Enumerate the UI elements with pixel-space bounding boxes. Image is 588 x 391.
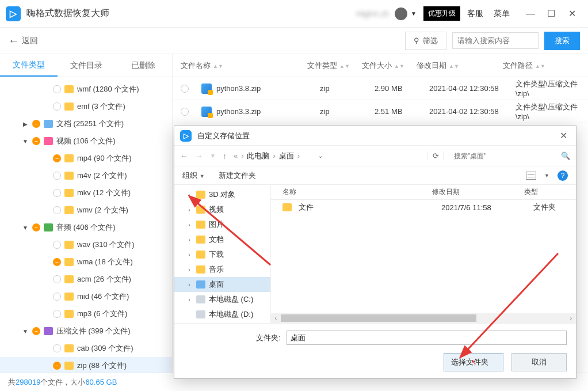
collapse-icon[interactable]: ▼ (22, 225, 29, 231)
folder-icon (44, 137, 53, 145)
horizontal-scrollbar[interactable]: ‹ › (271, 313, 576, 323)
minimize-button[interactable]: — (520, 9, 541, 19)
col-name-header[interactable]: 文件名称 (181, 61, 211, 70)
upgrade-button[interactable]: 优惠升级 (423, 6, 460, 21)
folder-icon (64, 310, 74, 318)
table-row[interactable]: python3.8.zip zip 2.90 MB 2021-04-02 12:… (173, 77, 588, 100)
organize-button[interactable]: 组织 ▼ (182, 170, 205, 181)
search-icon[interactable]: 🔍 (561, 151, 570, 160)
view-mode-drop-icon[interactable]: ▼ (544, 173, 549, 179)
tree-node-wmf[interactable]: wmf (1280 个文件) (0, 81, 172, 98)
tree-node-mp4[interactable]: –mp4 (90 个文件) (0, 150, 172, 167)
tree-node-audio[interactable]: ▼–音频 (406 个文件) (0, 219, 172, 236)
tree-node-wav[interactable]: wav (310 个文件) (0, 236, 172, 253)
maximize-button[interactable]: ☐ (541, 8, 562, 19)
app-logo-icon: ▷ (6, 6, 21, 21)
row-checkbox[interactable] (181, 85, 189, 93)
tree-node-emf[interactable]: emf (3 个文件) (0, 98, 172, 115)
drive-icon (196, 310, 205, 318)
filter-button[interactable]: ⚲ 筛选 (405, 32, 446, 50)
row-checkbox[interactable] (181, 108, 189, 116)
tree-item-docs[interactable]: ›文档 (174, 232, 270, 247)
tree-node-mid[interactable]: mid (46 个文件) (0, 288, 172, 305)
tree-node-mkv[interactable]: mkv (12 个文件) (0, 184, 172, 202)
table-row[interactable]: python3.3.zip zip 2.51 MB 2021-04-02 12:… (173, 100, 588, 123)
new-folder-button[interactable]: 新建文件夹 (219, 170, 256, 181)
tree-node-m4v[interactable]: m4v (2 个文件) (0, 167, 172, 184)
breadcrumb[interactable]: « › 此电脑 › 桌面 › (234, 151, 300, 161)
tree-item-drive-c[interactable]: ›本地磁盘 (C:) (174, 292, 270, 307)
col-type-header[interactable]: 文件类型 (307, 61, 337, 70)
tree-item-downloads[interactable]: ›下载 (174, 247, 270, 262)
dcol-date[interactable]: 修改日期 (432, 187, 524, 197)
folder-icon (64, 241, 74, 249)
expand-icon[interactable]: ▶ (22, 121, 29, 127)
tree-node-wmv[interactable]: wmv (2 个文件) (0, 202, 172, 219)
tab-deleted[interactable]: 已删除 (114, 54, 172, 77)
nav-recent-button[interactable]: ▼ (210, 153, 216, 159)
back-arrow-icon: ← (8, 34, 20, 47)
folder-name-input[interactable] (287, 331, 567, 345)
breadcrumb-dropdown-icon[interactable]: ⌄ (318, 153, 323, 159)
nav-back-button[interactable]: ← (180, 151, 188, 161)
folder-icon (64, 275, 74, 283)
sort-icon[interactable]: ▲▼ (339, 63, 350, 69)
dcol-name[interactable]: 名称 (271, 187, 432, 197)
tree-node-wma[interactable]: –wma (18 个文件) (0, 253, 172, 271)
tree-item-drive-d[interactable]: 本地磁盘 (D:) (174, 307, 270, 322)
dialog-close-button[interactable]: ✕ (556, 130, 570, 141)
folder-icon (64, 362, 74, 370)
sort-icon[interactable]: ▲▼ (535, 63, 545, 69)
dialog-search-input[interactable] (450, 150, 554, 162)
scroll-thumb[interactable] (281, 314, 476, 322)
dcol-type[interactable]: 类型 (524, 187, 576, 197)
support-link[interactable]: 客服 (467, 9, 483, 19)
tree-node-mp3[interactable]: mp3 (6 个文件) (0, 305, 172, 322)
col-path-header[interactable]: 文件路径 (503, 61, 533, 70)
tree-node-acm[interactable]: acm (26 个文件) (0, 271, 172, 288)
file-date: 2021-04-02 12:30:58 (421, 84, 507, 93)
tree-item-video[interactable]: ›视频 (174, 202, 270, 217)
tree-node-cab[interactable]: cab (309 个文件) (0, 340, 172, 357)
cancel-button[interactable]: 取消 (511, 353, 567, 371)
avatar-icon[interactable] (395, 7, 407, 20)
tree-node-docs[interactable]: ▶–文档 (25251 个文件) (0, 115, 172, 132)
dialog-list-row[interactable]: 文件 2021/7/6 11:58 文件夹 (271, 200, 576, 215)
refresh-button[interactable]: ⟳ (427, 151, 444, 160)
folder-icon (196, 250, 205, 259)
back-button[interactable]: ← 返回 (8, 34, 38, 47)
view-mode-button[interactable] (526, 172, 536, 180)
col-date-header[interactable]: 修改日期 (417, 61, 446, 70)
title-bar: ▷ 嗨格式数据恢复大师 HighX.ch ▼ 优惠升级 客服 菜单 — ☐ ✕ (0, 0, 588, 28)
tree-item-music[interactable]: ›音乐 (174, 262, 270, 277)
menu-link[interactable]: 菜单 (494, 9, 510, 19)
tree-node-compressed[interactable]: ▼–压缩文件 (399 个文件) (0, 322, 172, 340)
collapse-icon[interactable]: ▼ (22, 138, 29, 145)
account-dropdown-icon[interactable]: ▼ (411, 10, 417, 17)
tab-file-dir[interactable]: 文件目录 (58, 54, 115, 77)
crumb-desktop[interactable]: 桌面 (279, 151, 294, 161)
col-size-header[interactable]: 文件大小 (362, 61, 392, 70)
search-button[interactable]: 搜索 (544, 32, 580, 50)
scroll-left-icon[interactable]: ‹ (271, 315, 281, 321)
tree-item-pictures[interactable]: ›图片 (174, 217, 270, 232)
tree-node-video[interactable]: ▼–视频 (106 个文件) (0, 132, 172, 150)
search-input[interactable] (452, 32, 539, 49)
tree-item-desktop[interactable]: ›桌面 (174, 277, 270, 292)
nav-forward-button[interactable]: → (195, 151, 203, 161)
sort-icon[interactable]: ▲▼ (394, 63, 404, 69)
folder-icon (64, 103, 74, 111)
collapse-icon[interactable]: ▼ (22, 328, 29, 335)
tab-file-type[interactable]: 文件类型 (0, 54, 58, 77)
select-folder-button[interactable]: 选择文件夹 ↖ (444, 353, 503, 371)
tree-node-zip[interactable]: –zip (88 个文件) (0, 357, 172, 373)
nav-up-button[interactable]: ↑ (223, 151, 227, 161)
drive-icon (196, 295, 205, 303)
sort-icon[interactable]: ▲▼ (449, 63, 459, 69)
scroll-right-icon[interactable]: › (566, 315, 576, 321)
sort-icon[interactable]: ▲▼ (213, 63, 223, 69)
close-button[interactable]: ✕ (562, 8, 582, 19)
crumb-pc[interactable]: 此电脑 (247, 151, 269, 161)
tree-item-3d[interactable]: ›3D 对象 (174, 187, 270, 202)
help-icon[interactable]: ? (558, 170, 568, 181)
